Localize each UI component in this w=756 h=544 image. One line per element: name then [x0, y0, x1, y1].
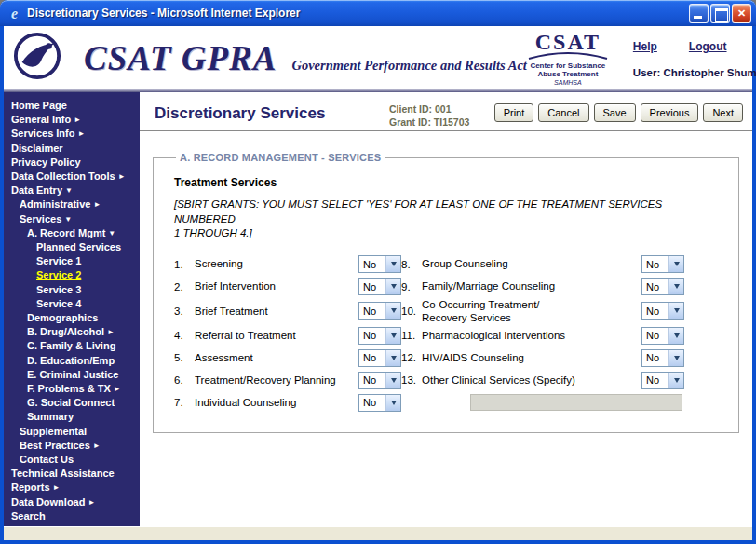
csat-logo-title: CSAT	[527, 31, 609, 53]
previous-button[interactable]: Previous	[641, 103, 699, 122]
select-value: No	[642, 306, 668, 317]
dropdown-arrow-icon[interactable]	[668, 350, 683, 366]
brief-treatment-select[interactable]: No	[358, 302, 401, 320]
service-item-label: 3.Brief Treatment	[174, 300, 358, 322]
sidebar-item-data-collection-tools[interactable]: Data Collection Tools►	[4, 170, 140, 184]
select-value: No	[642, 330, 668, 341]
dropdown-arrow-icon[interactable]	[668, 373, 683, 388]
pharmacological-interventions-select[interactable]: No	[641, 327, 684, 345]
logout-link[interactable]: Logout	[689, 40, 727, 53]
dropdown-arrow-icon[interactable]	[385, 279, 400, 294]
select-value: No	[359, 306, 385, 317]
sidebar-item-service-2[interactable]: Service 2	[4, 268, 140, 282]
screening-select[interactable]: No	[358, 255, 401, 273]
sidebar-item-contact-us[interactable]: Contact Us	[4, 453, 140, 467]
sidebar-item-reports[interactable]: Reports►	[4, 481, 140, 495]
item-number: 5.	[174, 352, 195, 363]
individual-counseling-select[interactable]: No	[358, 394, 401, 412]
sidebar-item-technical-assistance[interactable]: Technical Assistance	[4, 467, 140, 481]
service-item-control: No	[641, 276, 690, 298]
dropdown-arrow-icon[interactable]	[385, 373, 400, 388]
help-link[interactable]: Help	[633, 40, 657, 53]
item-number: 13.	[401, 374, 422, 386]
service-item-control: No	[641, 324, 690, 347]
dropdown-arrow-icon[interactable]	[385, 303, 400, 319]
sidebar-item-data-download[interactable]: Data Download►	[4, 496, 140, 510]
hhs-eagle-logo-icon	[13, 32, 61, 84]
sidebar-item-a-record-mgmt[interactable]: A. Record Mgmt▼	[4, 226, 140, 240]
sidebar-item-d-education-emp[interactable]: D. Education/Emp	[4, 354, 140, 368]
dropdown-arrow-icon[interactable]	[668, 328, 683, 344]
minimize-button[interactable]	[689, 4, 709, 23]
assessment-select[interactable]: No	[358, 349, 401, 367]
sidebar-item-services-info[interactable]: Services Info►	[4, 127, 140, 141]
save-button[interactable]: Save	[594, 103, 636, 122]
referral-to-treatment-select[interactable]: No	[358, 327, 401, 345]
masthead: CSAT GPRA Government Performance and Res…	[4, 26, 752, 89]
record-management-fieldset: A. RECORD MANAGEMENT - SERVICES Treatmen…	[153, 152, 739, 433]
sidebar-item-service-3[interactable]: Service 3	[4, 283, 140, 297]
co-occurring-treatment-select[interactable]: No	[641, 302, 684, 320]
service-item-control: No	[358, 276, 401, 298]
other-clinical-services-select[interactable]: No	[641, 372, 684, 389]
brief-intervention-select[interactable]: No	[358, 278, 401, 295]
sidebar-item-data-entry[interactable]: Data Entry▼	[4, 184, 140, 197]
service-item-label: 11.Pharmacological Interventions	[401, 324, 641, 347]
title-bar[interactable]: Discretionary Services - Microsoft Inter…	[0, 0, 756, 26]
page-title: Discretionary Services	[155, 104, 389, 123]
sidebar-item-planned-services[interactable]: Planned Services	[4, 240, 140, 254]
sidebar-item-home-page[interactable]: Home Page	[4, 99, 140, 113]
dropdown-arrow-icon[interactable]	[385, 256, 400, 272]
sidebar-item-general-info[interactable]: General Info►	[4, 113, 140, 127]
sidebar-item-b-drug-alcohol[interactable]: B. Drug/Alcohol►	[4, 325, 140, 339]
sidebar-item-f-problems-tx[interactable]: F. Problems & TX►	[4, 382, 140, 396]
other-specify-cell	[401, 391, 690, 414]
cancel-button[interactable]: Cancel	[538, 103, 588, 122]
submenu-arrow-icon: ►	[77, 129, 85, 138]
item-number: 8.	[401, 259, 422, 270]
sidebar-item-best-practices[interactable]: Best Practices►	[4, 439, 140, 453]
masthead-links: Help Logout	[633, 40, 756, 53]
service-item-label: 9.Family/Marriage Counseling	[401, 276, 641, 298]
sidebar-item-search[interactable]: Search	[4, 510, 140, 524]
print-button[interactable]: Print	[494, 103, 534, 122]
sidebar-item-demographics[interactable]: Demographics	[4, 311, 140, 325]
csat-logo-line2: Abuse Treatment	[527, 70, 609, 78]
csat-logo-line1: Center for Substance	[527, 61, 609, 70]
sidebar-item-g-social-connect[interactable]: G. Social Connect	[4, 396, 140, 410]
sidebar-item-privacy-policy[interactable]: Privacy Policy	[4, 156, 140, 170]
brand-subtitle: Government Performance and Results Act	[291, 58, 526, 74]
sidebar-item-supplemental[interactable]: Supplemental	[4, 425, 140, 439]
sidebar-item-summary[interactable]: Summary	[4, 410, 140, 424]
dropdown-arrow-icon[interactable]	[668, 279, 683, 294]
submenu-arrow-icon: ►	[88, 498, 95, 507]
dropdown-arrow-icon[interactable]	[385, 328, 400, 344]
dropdown-arrow-icon[interactable]	[668, 256, 683, 272]
sidebar-item-services[interactable]: Services▼	[4, 212, 140, 226]
dropdown-arrow-icon[interactable]	[668, 303, 683, 319]
sidebar-item-service-4[interactable]: Service 4	[4, 297, 140, 311]
sidebar-item-administrative[interactable]: Administrative►	[4, 197, 140, 211]
maximize-button[interactable]	[710, 4, 730, 23]
group-counseling-select[interactable]: No	[641, 255, 684, 273]
dropdown-arrow-icon[interactable]	[385, 350, 400, 366]
family-marriage-counseling-select[interactable]: No	[641, 278, 684, 295]
next-button[interactable]: Next	[703, 103, 743, 122]
treatment-recovery-planning-select[interactable]: No	[358, 372, 401, 389]
service-item-label: 13.Other Clinical Services (Specify)	[401, 369, 641, 391]
service-item-control: No	[358, 369, 401, 391]
submenu-arrow-icon: ►	[93, 442, 101, 450]
sidebar-item-c-family-living[interactable]: C. Family & Living	[4, 339, 140, 353]
service-item-label: 5.Assessment	[174, 347, 358, 369]
close-button[interactable]	[732, 4, 751, 23]
sidebar-item-service-1[interactable]: Service 1	[4, 254, 140, 268]
sidebar-item-disclaimer[interactable]: Disclaimer	[4, 142, 140, 156]
item-number: 10.	[401, 306, 422, 317]
sidebar-item-e-criminal-justice[interactable]: E. Criminal Justice	[4, 368, 140, 382]
service-item-label: 12.HIV/AIDS Counseling	[401, 347, 641, 369]
internet-explorer-icon	[7, 6, 22, 21]
client-id: Client ID: 001	[389, 102, 469, 116]
dropdown-arrow-icon[interactable]	[385, 395, 400, 411]
select-value: No	[359, 397, 385, 408]
hiv-aids-counseling-select[interactable]: No	[641, 349, 684, 367]
